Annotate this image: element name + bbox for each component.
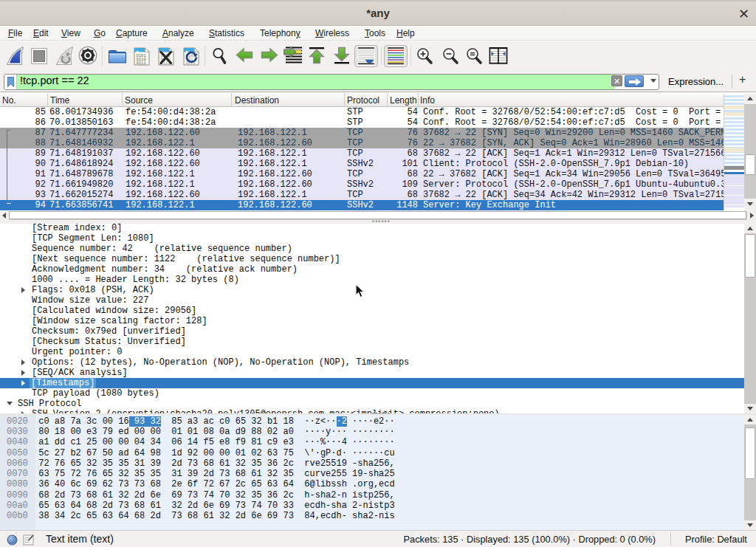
svg-text:0111: 0111 (137, 61, 147, 66)
